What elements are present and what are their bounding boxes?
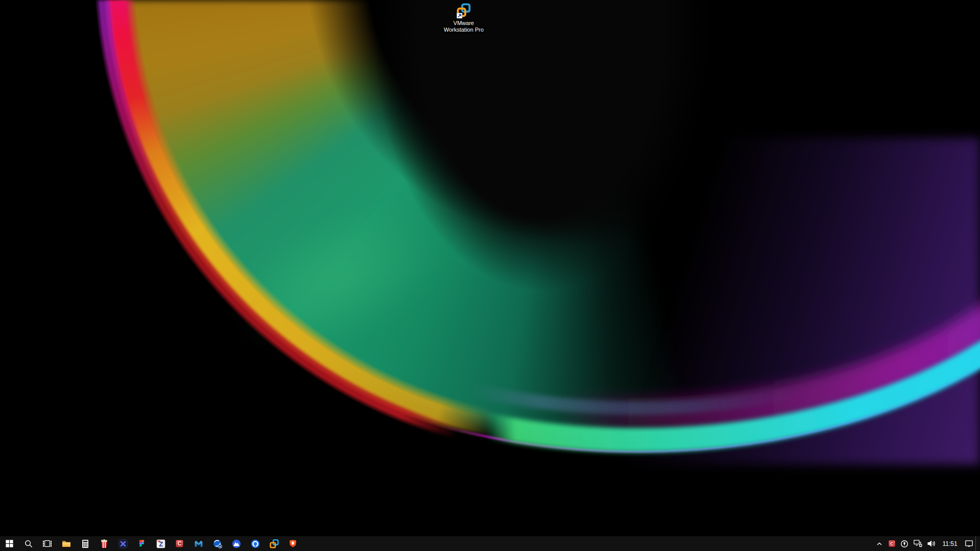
malwarebytes-icon [194,539,204,549]
globe-s-app-button[interactable]: s [208,536,227,551]
vmware-workstation-icon [269,539,279,549]
taskbar-pinned-apps: Z C [0,536,302,551]
nordvpn-button[interactable] [227,536,246,551]
vmware-workstation-icon [456,3,471,18]
svg-text:s: s [219,545,221,548]
brave-icon [288,539,298,548]
1password-icon [250,539,260,549]
hidden-icons-chevron[interactable] [873,536,886,551]
desktop-icon-vmware-workstation[interactable]: VMware Workstation Pro [438,3,489,33]
brave-button[interactable] [283,536,302,551]
calculator-button[interactable] [76,536,94,551]
x-app-button[interactable] [113,536,132,551]
keyhole-icon [900,540,909,548]
network-tray[interactable] [911,536,924,551]
figma-icon [137,539,147,548]
speaker-icon [927,539,936,548]
action-center-icon [965,539,973,548]
red-c-app-icon: C [175,539,184,548]
red-c-app-icon: C [888,540,896,547]
nordvpn-icon [231,539,242,549]
show-desktop-button[interactable] [975,536,980,551]
action-center-button[interactable] [962,536,975,551]
password-keyhole-tray[interactable] [898,536,911,551]
search-button[interactable] [19,536,38,551]
red-c-app-button[interactable]: C [170,536,189,551]
red-c-app-tray[interactable]: C [886,536,898,551]
z-app-icon: Z [156,539,166,549]
globe-s-icon: s [212,539,223,549]
task-view-icon [43,539,52,548]
desktop[interactable]: VMware Workstation Pro [0,0,980,551]
folder-icon [61,539,71,549]
calculator-icon [80,539,90,549]
svg-text:C: C [178,541,182,546]
wallpaper [0,0,980,551]
taskbar-clock[interactable]: 11:51 [938,536,962,551]
desktop-icon-label: VMware Workstation Pro [444,20,484,33]
figma-button[interactable] [132,536,151,551]
svg-text:C: C [890,541,894,546]
1password-button[interactable] [246,536,265,551]
start-button[interactable] [0,536,19,551]
x-app-icon [118,539,128,549]
search-icon [25,540,33,548]
popcorn-icon [99,539,109,549]
z-app-button[interactable]: Z [151,536,170,551]
file-explorer-button[interactable] [57,536,76,551]
volume-tray[interactable] [924,536,938,551]
ethernet-icon [914,539,922,548]
wallpaper-arcs [0,0,980,551]
taskbar: Z C [0,536,980,551]
system-tray: C [873,536,980,551]
malwarebytes-button[interactable] [189,536,208,551]
vmware-workstation-button[interactable] [265,536,283,551]
windows-start-icon [6,540,13,547]
task-view-button[interactable] [38,536,57,551]
chevron-up-icon [876,540,883,547]
popcorn-app-button[interactable] [94,536,113,551]
